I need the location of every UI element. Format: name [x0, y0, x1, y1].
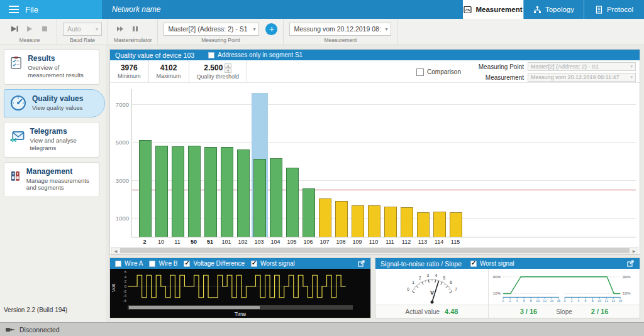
tab-bar: Measurement Topology Protocol [463, 0, 644, 19]
baud-rate-select[interactable]: Auto ▾ [63, 23, 102, 36]
scope-scrollbar-thumb[interactable] [129, 306, 260, 309]
file-menu-button[interactable]: File [0, 0, 102, 19]
chart-scrollbar[interactable]: ◀ ▶ [111, 247, 638, 254]
quality-bar-104[interactable] [270, 158, 282, 237]
sidebar-item-telegrams[interactable]: Telegrams View and analyse telegrams [4, 122, 99, 158]
wire-a-label: Wire A [125, 260, 143, 267]
svg-text:90%: 90% [623, 274, 631, 278]
svg-text:10%: 10% [623, 291, 631, 295]
add-measuring-point-button[interactable]: + [265, 23, 277, 35]
scope-ytick-label: 6 [125, 270, 126, 274]
voltage-difference-checkbox[interactable]: Voltage Difference [184, 260, 245, 267]
svg-text:14: 14 [550, 299, 553, 303]
scroll-right-arrow-icon[interactable]: ▶ [630, 247, 638, 254]
snr-slope-panel: Signal-to-noise ratio / Slope Worst sign… [375, 257, 640, 318]
version-label: Version 2.2 (Build 194) [4, 306, 67, 313]
svg-text:16: 16 [557, 299, 560, 303]
quality-bar-103[interactable] [253, 159, 266, 237]
snr-worst-signal-label: Worst signal [480, 260, 514, 267]
chart-xtick-label: 101 [218, 239, 235, 245]
quality-bar-109[interactable] [352, 205, 364, 237]
snr-body: 01234567V 0246810121416024681012141690%1… [375, 269, 640, 305]
results-icon [9, 54, 23, 72]
quality-bar-110[interactable] [368, 205, 380, 237]
quality-bar-114[interactable] [433, 212, 446, 237]
mastersimulator-start-button[interactable] [114, 23, 126, 35]
quality-bar-105[interactable] [286, 168, 299, 237]
svg-text:2: 2 [571, 299, 573, 303]
quality-bar-50[interactable] [188, 146, 201, 237]
quality-bar-108[interactable] [335, 201, 348, 237]
comparison-checkbox[interactable]: Comparison [416, 68, 461, 76]
chart-xtick-label: 11 [169, 239, 186, 245]
chart-xtick-label: 51 [202, 239, 218, 245]
scope-y-ticks: 6420-2-4-6 [118, 270, 126, 303]
threshold-spinner: ▲ ▼ [225, 63, 231, 73]
quality-bar-2[interactable] [139, 140, 152, 237]
wire-a-checkbox[interactable]: Wire A [115, 260, 143, 267]
connection-plug-icon [5, 326, 15, 333]
measuring-point-select[interactable]: Master[2] (Address: 2) - S1 ▾ [164, 23, 259, 36]
chevron-down-icon: ▾ [630, 64, 633, 69]
chevron-down-icon: ▾ [385, 26, 387, 32]
quality-bar-10[interactable] [155, 146, 168, 237]
tab-measurement[interactable]: Measurement [463, 0, 523, 19]
baud-rate-group-label: Baud Rate [63, 36, 102, 43]
quality-bar-101[interactable] [221, 147, 233, 237]
scope-expand-button[interactable] [357, 259, 365, 268]
spinner-up-button[interactable]: ▲ [225, 63, 231, 68]
svg-text:10%: 10% [493, 291, 501, 295]
chart-ytick-label: 1000 [111, 215, 129, 222]
chart-ytick-label: 7000 [111, 101, 129, 108]
fast-forward-icon [116, 24, 125, 33]
quality-bar-113[interactable] [417, 212, 430, 237]
wire-b-checkbox[interactable]: Wire B [149, 260, 177, 267]
quality-bar-115[interactable] [450, 212, 462, 237]
snr-expand-button[interactable] [626, 259, 635, 268]
scroll-left-arrow-icon[interactable]: ◀ [112, 247, 119, 254]
quality-bar-11[interactable] [172, 146, 184, 237]
sidebar-item-management[interactable]: Management Manage measurements and segme… [4, 162, 99, 198]
sidebar-item-results[interactable]: Results Overview of measurement results [4, 49, 99, 85]
measure-stop-button[interactable] [38, 23, 51, 35]
measurement-icon [464, 6, 472, 14]
svg-text:8: 8 [592, 299, 594, 303]
baud-rate-value: Auto [67, 25, 81, 33]
svg-text:1: 1 [412, 280, 414, 285]
snr-titlebar: Signal-to-noise ratio / Slope Worst sign… [375, 258, 640, 269]
quality-bar-51[interactable] [204, 147, 217, 237]
oscilloscope-display: Volt 6420-2-4-6 Time [110, 269, 370, 318]
chart-xtick-label: 114 [431, 239, 447, 245]
quality-threshold-value: 2.500 [204, 63, 223, 72]
quality-bar-107[interactable] [319, 198, 331, 237]
stop-icon [40, 24, 49, 33]
checkbox-box [470, 261, 477, 267]
measure-start-button[interactable] [23, 23, 36, 35]
scope-ytick-label: 0 [125, 285, 126, 288]
measurement-select[interactable]: Messung vom 20.12.2019 08:11:47 ▾ [289, 23, 391, 36]
segment-filter-checkbox[interactable]: Addresses only in segment S1 [208, 51, 303, 58]
comparison-measuring-point-label: Measuring Point [469, 63, 524, 70]
quality-bar-106[interactable] [303, 188, 315, 237]
scope-scrollbar[interactable] [128, 305, 353, 310]
sidebar-item-quality-values[interactable]: Quality values View quality values [4, 89, 105, 117]
quality-bar-112[interactable] [401, 207, 413, 237]
spinner-down-button[interactable]: ▼ [225, 68, 231, 73]
snr-footer: Actual value 4.48 3 / 16 Slope 2 / 16 [375, 305, 640, 318]
slope-readout: 3 / 16 Slope 2 / 16 [489, 305, 640, 318]
mastersimulator-stop-button[interactable] [129, 23, 142, 35]
snr-worst-signal-checkbox[interactable]: Worst signal [470, 260, 514, 267]
measure-single-button[interactable] [8, 23, 21, 35]
voltage-gauge: 01234567V [375, 269, 489, 305]
quality-bar-111[interactable] [384, 207, 397, 237]
topology-icon [533, 6, 541, 14]
minimum-label: Minimum [118, 73, 141, 79]
chart-scrollbar-thumb[interactable] [120, 248, 630, 253]
svg-text:6: 6 [450, 280, 452, 285]
tab-protocol[interactable]: Protocol [584, 0, 644, 19]
tab-topology[interactable]: Topology [523, 0, 584, 19]
scope-worst-signal-checkbox[interactable]: Worst signal [251, 260, 295, 267]
quality-bar-102[interactable] [237, 149, 250, 237]
comparison-measuring-point-select[interactable]: Master[2] (Address: 2) - S1 ▾ [528, 62, 636, 71]
comparison-measurement-select[interactable]: Messung vom 20.12.2019 08:11:47 ▾ [528, 73, 636, 82]
